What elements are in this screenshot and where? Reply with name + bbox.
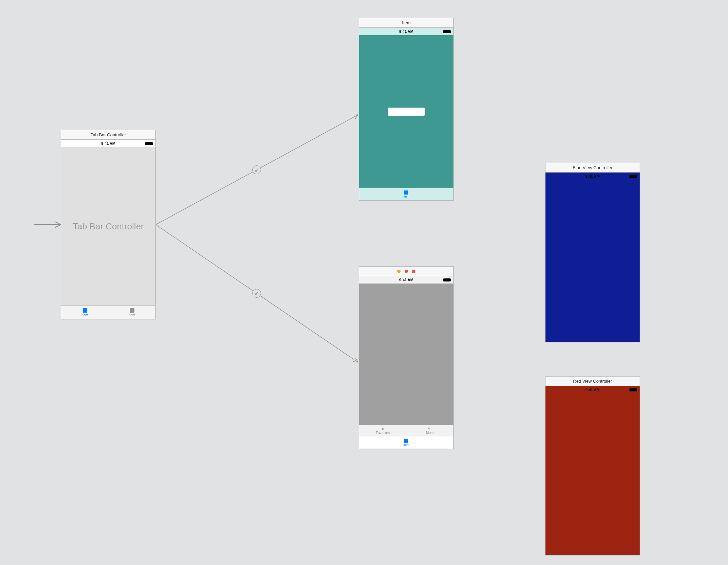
star-icon: ★	[381, 427, 384, 431]
square-icon	[83, 308, 87, 313]
status-time: 9:41 AM	[101, 141, 115, 145]
svg-marker-6	[405, 270, 408, 273]
svg-rect-7	[412, 270, 415, 273]
status-bar: 9:41 AM	[545, 386, 640, 393]
status-bar: 9:41 AM	[61, 140, 155, 147]
square-icon	[404, 439, 408, 443]
text-field[interactable]	[388, 108, 425, 116]
view-content	[545, 180, 640, 342]
scene-title: Tab Bar Controller	[61, 130, 155, 140]
tab-item-1[interactable]: Item	[61, 306, 108, 319]
hexagon-icon	[404, 269, 408, 273]
battery-icon	[443, 30, 451, 33]
segue-badge-icon	[252, 165, 261, 174]
square-icon	[412, 269, 416, 273]
status-bar: 9:41 AM	[359, 28, 453, 35]
status-bar: 9:41 AM	[545, 173, 640, 180]
status-time: 9:41 AM	[585, 174, 600, 178]
view-content	[359, 35, 453, 188]
scene-blue-view-controller[interactable]: Blue View Controller 9:41 AM	[545, 163, 640, 342]
scene-title: Item	[359, 18, 453, 28]
battery-icon	[443, 278, 451, 281]
square-icon	[130, 308, 134, 313]
tab-label: Item	[403, 443, 409, 447]
circle-icon	[397, 269, 401, 273]
scene-title: Red View Controller	[545, 377, 640, 386]
scene-red-view-controller[interactable]: Red View Controller 9:41 AM	[545, 376, 640, 556]
tab-label: Item	[82, 313, 88, 317]
scene-tab-bar-controller[interactable]: Tab Bar Controller 9:41 AM Tab Bar Contr…	[61, 130, 156, 319]
square-icon	[404, 190, 408, 195]
status-time: 9:41 AM	[585, 388, 600, 392]
tab-favorites[interactable]: ★ Favorites	[359, 425, 406, 436]
inner-tab-bar: ★ Favorites ••• More	[359, 425, 453, 436]
status-time: 9:41 AM	[399, 29, 413, 33]
tab-label: Item	[403, 195, 409, 198]
tab-label: More	[426, 431, 434, 435]
storyboard-canvas[interactable]: Tab Bar Controller 9:41 AM Tab Bar Contr…	[0, 0, 728, 565]
segue-badge-icon	[252, 289, 261, 298]
scene-title-icons	[359, 267, 453, 276]
view-content	[359, 284, 453, 425]
battery-icon	[145, 142, 153, 145]
placeholder-label: Tab Bar Controller	[61, 147, 155, 306]
status-bar: 9:41 AM	[359, 276, 453, 284]
view-content	[545, 393, 640, 555]
status-time: 9:41 AM	[399, 278, 413, 282]
more-icon: •••	[428, 427, 432, 431]
scene-title: Blue View Controller	[545, 163, 640, 173]
tab-bar: Item	[359, 188, 453, 200]
tab-bar: Item	[359, 436, 453, 449]
tab-label: Favorites	[376, 431, 390, 435]
battery-icon	[629, 388, 637, 391]
scene-gray-controller[interactable]: 9:41 AM ★ Favorites ••• More Item	[359, 266, 454, 449]
scene-item[interactable]: Item 9:41 AM Item	[359, 18, 454, 201]
tab-more[interactable]: ••• More	[406, 425, 453, 436]
tab-item-2[interactable]: Item	[108, 306, 155, 319]
svg-point-5	[397, 270, 401, 273]
tab-bar: Item Item	[61, 306, 155, 319]
battery-icon	[629, 175, 637, 178]
tab-label: Item	[129, 313, 135, 317]
